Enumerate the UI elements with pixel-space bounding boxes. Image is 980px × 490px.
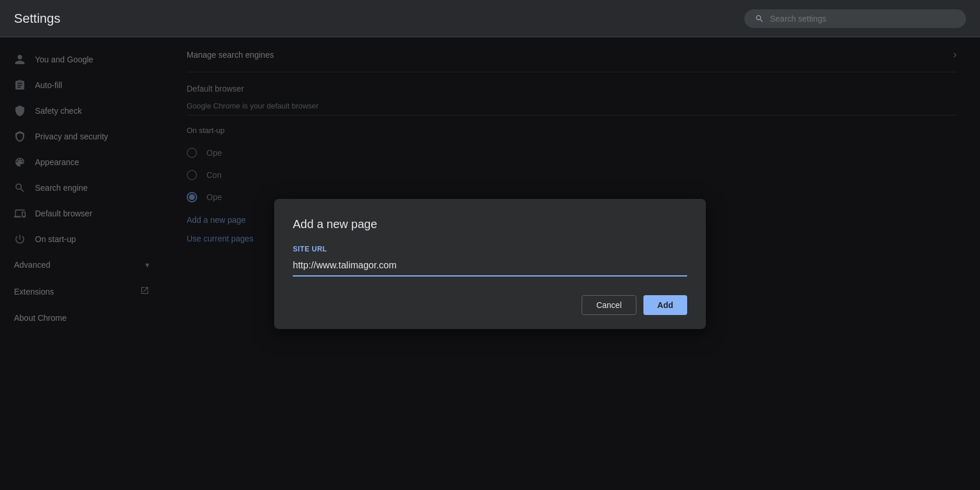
search-input[interactable] — [770, 14, 956, 23]
dialog-input-wrapper — [293, 258, 687, 276]
modal-overlay: Add a new page Site URL Cancel Add — [0, 37, 980, 490]
dialog-title: Add a new page — [293, 218, 687, 231]
search-bar[interactable] — [744, 9, 966, 28]
site-url-input[interactable] — [293, 258, 687, 273]
dialog-actions: Cancel Add — [293, 295, 687, 315]
add-new-page-dialog: Add a new page Site URL Cancel Add — [274, 199, 706, 329]
page-title: Settings — [14, 11, 61, 26]
dialog-field-label: Site URL — [293, 245, 687, 253]
cancel-button[interactable]: Cancel — [582, 295, 636, 315]
search-icon — [755, 14, 764, 23]
add-button[interactable]: Add — [643, 295, 687, 315]
topbar: Settings — [0, 0, 980, 37]
